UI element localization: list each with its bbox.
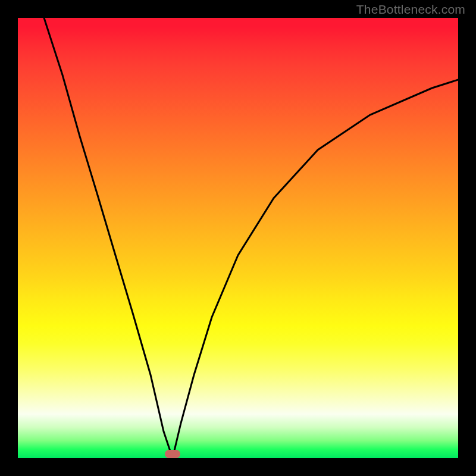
chart-curve-layer: [18, 18, 458, 458]
chart-plot-area: [18, 18, 458, 458]
watermark-text: TheBottleneck.com: [356, 2, 465, 17]
chart-curve-path: [44, 18, 458, 458]
chart-minimum-marker: [165, 450, 180, 458]
